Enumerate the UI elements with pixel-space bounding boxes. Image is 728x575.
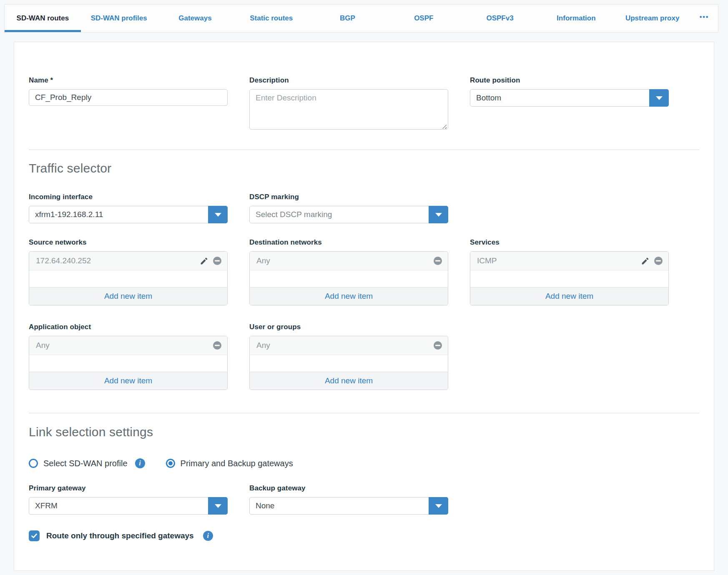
destination-networks-listbox: Any Add new item xyxy=(249,251,448,305)
chevron-down-icon xyxy=(215,504,221,508)
remove-minus-icon[interactable] xyxy=(212,256,222,266)
list-item: Any xyxy=(29,336,227,355)
radio-circle-icon xyxy=(166,459,175,468)
list-empty-space xyxy=(250,270,448,287)
primary-gateway-label: Primary gateway xyxy=(29,484,228,492)
remove-minus-icon[interactable] xyxy=(433,340,443,350)
radio-primary-backup-gateways[interactable]: Primary and Backup gateways xyxy=(166,459,293,468)
remove-minus-icon[interactable] xyxy=(212,340,222,350)
list-item: Any xyxy=(250,252,448,270)
description-textarea[interactable] xyxy=(249,89,448,130)
chevron-down-icon xyxy=(435,213,442,217)
route-position-select[interactable]: Bottom xyxy=(470,89,669,107)
radio-primary-backup-label: Primary and Backup gateways xyxy=(181,459,293,468)
tab-sdwan-profiles[interactable]: SD-WAN profiles xyxy=(81,5,157,32)
edit-pencil-icon[interactable] xyxy=(640,256,650,266)
list-empty-space xyxy=(29,355,227,372)
radio-select-sdwan-profile[interactable]: Select SD-WAN profile xyxy=(29,459,128,468)
list-empty-space xyxy=(470,270,668,287)
application-object-label: Application object xyxy=(29,323,228,331)
source-networks-add-button[interactable]: Add new item xyxy=(29,287,227,305)
dscp-marking-dropdown-button[interactable] xyxy=(429,206,448,223)
backup-gateway-select[interactable]: None xyxy=(249,497,448,515)
tab-information[interactable]: Information xyxy=(538,5,614,32)
chevron-down-icon xyxy=(656,96,663,100)
tab-sdwan-routes[interactable]: SD-WAN routes xyxy=(5,5,81,32)
backup-gateway-dropdown-button[interactable] xyxy=(429,497,448,515)
user-or-groups-listbox: Any Add new item xyxy=(249,336,448,390)
remove-minus-icon[interactable] xyxy=(433,256,443,266)
primary-gateway-dropdown-button[interactable] xyxy=(208,497,228,515)
checkmark-icon xyxy=(30,532,38,540)
chevron-down-icon xyxy=(215,213,221,217)
sdwan-route-form-panel: Name * Description Route position Bottom… xyxy=(14,42,714,571)
link-selection-heading: Link selection settings xyxy=(29,425,699,439)
list-item: ICMP xyxy=(470,252,668,270)
tab-static-routes[interactable]: Static routes xyxy=(233,5,309,32)
section-divider xyxy=(29,150,699,150)
application-object-listbox: Any Add new item xyxy=(29,336,228,390)
info-icon[interactable]: i xyxy=(135,458,145,468)
source-networks-listbox: 172.64.240.252 Add new item xyxy=(29,251,228,305)
user-or-groups-label: User or groups xyxy=(249,323,448,331)
radio-circle-icon xyxy=(29,459,38,468)
route-position-value: Bottom xyxy=(470,90,649,106)
route-position-label: Route position xyxy=(470,76,669,85)
chevron-down-icon xyxy=(435,504,442,508)
source-network-value: 172.64.240.252 xyxy=(36,256,199,265)
destination-networks-add-button[interactable]: Add new item xyxy=(250,287,448,305)
name-input[interactable] xyxy=(29,89,228,106)
service-value: ICMP xyxy=(477,256,640,265)
route-only-checkbox-label: Route only through specified gateways xyxy=(46,531,194,540)
required-asterisk: * xyxy=(50,76,53,84)
incoming-interface-select[interactable]: xfrm1-192.168.2.11 xyxy=(29,206,228,223)
info-icon[interactable]: i xyxy=(203,531,213,541)
incoming-interface-dropdown-button[interactable] xyxy=(208,206,228,223)
destination-network-value: Any xyxy=(256,256,433,265)
services-add-button[interactable]: Add new item xyxy=(470,287,668,305)
tab-gateways[interactable]: Gateways xyxy=(157,5,233,32)
radio-sdwan-profile-label: Select SD-WAN profile xyxy=(43,459,128,468)
destination-networks-label: Destination networks xyxy=(249,238,448,247)
top-tab-bar: SD-WAN routes SD-WAN profiles Gateways S… xyxy=(4,4,718,32)
tab-bgp[interactable]: BGP xyxy=(309,5,386,32)
primary-gateway-value: XFRM xyxy=(29,498,208,514)
user-or-groups-add-button[interactable]: Add new item xyxy=(250,372,448,390)
edit-pencil-icon[interactable] xyxy=(199,256,209,266)
route-position-dropdown-button[interactable] xyxy=(649,89,669,107)
application-object-value: Any xyxy=(36,341,212,350)
incoming-interface-label: Incoming interface xyxy=(29,193,228,201)
tab-ospf[interactable]: OSPF xyxy=(386,5,462,32)
primary-gateway-select[interactable]: XFRM xyxy=(29,497,228,515)
tabs-overflow-button[interactable]: ••• xyxy=(690,5,718,32)
tab-upstream-proxy[interactable]: Upstream proxy xyxy=(614,5,690,32)
services-label: Services xyxy=(470,238,669,247)
backup-gateway-value: None xyxy=(250,498,429,514)
source-networks-label: Source networks xyxy=(29,238,228,247)
list-empty-space xyxy=(29,270,227,287)
route-only-checkbox[interactable] xyxy=(29,530,40,541)
traffic-selector-heading: Traffic selector xyxy=(29,161,699,175)
list-item: Any xyxy=(250,336,448,355)
name-label: Name * xyxy=(29,76,228,85)
remove-minus-icon[interactable] xyxy=(653,256,663,266)
dscp-marking-select[interactable]: Select DSCP marking xyxy=(249,206,448,223)
dscp-marking-value: Select DSCP marking xyxy=(250,206,429,223)
dscp-marking-label: DSCP marking xyxy=(249,193,448,201)
description-label: Description xyxy=(249,76,448,85)
services-listbox: ICMP Add new item xyxy=(470,251,669,305)
backup-gateway-label: Backup gateway xyxy=(249,484,448,492)
list-item: 172.64.240.252 xyxy=(29,252,227,270)
application-object-add-button[interactable]: Add new item xyxy=(29,372,227,390)
user-or-groups-value: Any xyxy=(256,341,433,350)
incoming-interface-value: xfrm1-192.168.2.11 xyxy=(29,206,208,223)
section-divider xyxy=(29,413,699,413)
list-empty-space xyxy=(250,355,448,372)
tab-ospfv3[interactable]: OSPFv3 xyxy=(462,5,538,32)
